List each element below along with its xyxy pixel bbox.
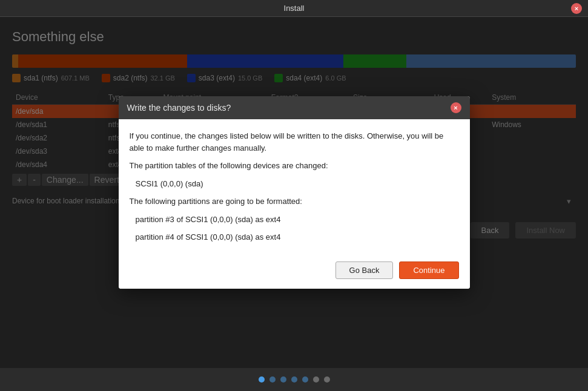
modal-line1: If you continue, the changes listed belo… (130, 130, 459, 154)
title-bar: Install × (0, 0, 588, 17)
modal-line3-detail1: partition #3 of SCSI1 (0,0,0) (sda) as e… (136, 214, 459, 226)
modal-header: Write the changes to disks? × (119, 96, 470, 119)
modal-title: Write the changes to disks? (127, 103, 231, 113)
progress-dot-7[interactable] (324, 376, 330, 383)
modal-line2-detail: SCSI1 (0,0,0) (sda) (136, 178, 459, 190)
modal-overlay: Write the changes to disks? × If you con… (0, 17, 588, 368)
write-changes-modal: Write the changes to disks? × If you con… (119, 96, 470, 289)
window-close-button[interactable]: × (571, 3, 582, 14)
modal-line3-detail2: partition #4 of SCSI1 (0,0,0) (sda) as e… (136, 231, 459, 243)
progress-dot-2[interactable] (269, 376, 276, 383)
modal-body: If you continue, the changes listed belo… (119, 119, 470, 255)
progress-dot-6[interactable] (313, 376, 319, 383)
progress-dot-1[interactable] (259, 376, 265, 383)
window-title: Install (284, 4, 305, 13)
progress-dot-5[interactable] (302, 376, 308, 383)
progress-dots (0, 368, 588, 391)
modal-line3: The following partitions are going to be… (130, 196, 459, 208)
modal-footer: Go Back Continue (119, 255, 470, 289)
modal-line2: The partition tables of the following de… (130, 160, 459, 172)
continue-button[interactable]: Continue (399, 261, 458, 279)
modal-close-button[interactable]: × (451, 102, 461, 113)
go-back-button[interactable]: Go Back (335, 261, 394, 279)
installer-body: Something else sda1 (ntfs) 607.1 MB sda2… (0, 17, 588, 368)
progress-dot-3[interactable] (280, 376, 286, 383)
progress-dot-4[interactable] (291, 376, 297, 383)
